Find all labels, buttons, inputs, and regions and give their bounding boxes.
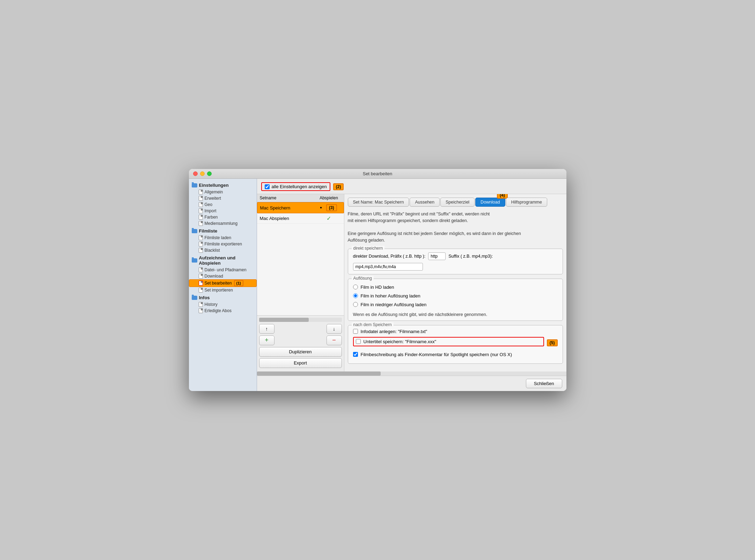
page-icon	[199, 302, 203, 307]
set-row-mac-speichern[interactable]: Mac Speichern • (3)	[257, 202, 344, 213]
page-icon	[199, 235, 203, 240]
show-all-label[interactable]: alle Einstellungen anzeigen	[272, 184, 327, 189]
tab-hilfsprogramme[interactable]: Hilfsprogramme	[506, 198, 547, 207]
move-up-button[interactable]: ↑	[259, 324, 274, 334]
page-icon	[199, 274, 203, 279]
sidebar-item-filmliste-exportieren[interactable]: Filmliste exportieren	[189, 241, 257, 247]
close-button[interactable]: Schließen	[526, 379, 562, 388]
filmbeschreibung-checkbox[interactable]	[353, 352, 358, 357]
settings-panel: Set Name: Mac Speichern Aussehen Speiche…	[344, 194, 566, 371]
minimize-button[interactable]	[200, 171, 205, 176]
direkt-speichern-section: direkt speichern direkter Download, Präf…	[348, 249, 563, 274]
direkt-legend: direkt speichern	[352, 246, 385, 251]
sidebar-item-farben[interactable]: Farben	[189, 214, 257, 220]
export-button[interactable]: Export	[259, 358, 342, 368]
sidebar-group-infos: Infos History Erledigte Abos	[189, 294, 257, 314]
main-window: Set bearbeiten Einstellungen Allgemein E…	[189, 169, 566, 391]
set-panel-footer: ↑ ↓ + − Duplizieren Export	[257, 315, 344, 371]
sidebar-item-filmliste-laden[interactable]: Filmliste laden	[189, 235, 257, 241]
tab-speicherziel[interactable]: Speicherziel	[440, 198, 475, 207]
sidebar-group-header-filmliste[interactable]: Filmliste	[189, 227, 257, 235]
sidebar-group-header-infos[interactable]: Infos	[189, 294, 257, 301]
annotation-5: (5)	[547, 339, 558, 346]
prefix-input[interactable]	[428, 252, 446, 260]
sidebar-group-label-filmliste: Filmliste	[199, 228, 218, 234]
sidebar-group-header-aufzeichnen[interactable]: Aufzeichnen und Abspielen	[189, 254, 257, 267]
scrollbar[interactable]	[259, 318, 342, 322]
tab-aussehen[interactable]: Aussehen	[410, 198, 440, 207]
page-icon	[199, 281, 203, 286]
radio-niedrig[interactable]: Film in niedriger Auflösung laden	[353, 302, 558, 307]
remove-button[interactable]: −	[327, 336, 342, 345]
sidebar-item-blacklist[interactable]: Blacklist	[189, 247, 257, 253]
infodatei-checkbox[interactable]	[353, 329, 358, 334]
nach-section: nach dem Speichern Infodatei anlegen: "F…	[348, 325, 563, 364]
sidebar-item-import[interactable]: Import	[189, 208, 257, 214]
traffic-lights	[193, 171, 212, 176]
page-icon	[199, 242, 203, 246]
top-bar: alle Einstellungen anzeigen (2)	[257, 179, 566, 194]
bottom-bar: Schließen	[257, 376, 566, 391]
sidebar-group-header-einstellungen[interactable]: Einstellungen	[189, 182, 257, 189]
tab-download[interactable]: Download (4)	[475, 198, 505, 207]
show-all-checkbox[interactable]	[265, 184, 270, 189]
radio-hoch[interactable]: Film in hoher Auflösung laden	[353, 293, 558, 299]
radio-hd-input[interactable]	[353, 285, 358, 289]
maximize-button[interactable]	[207, 171, 212, 176]
prefix-label: direkter Download, Präfix ( z.B. http ):	[353, 254, 426, 259]
untertitel-checkbox[interactable]	[356, 339, 361, 344]
filmbeschreibung-item[interactable]: Filmbeschreibung als Finder-Kommentar fü…	[353, 352, 558, 357]
col-abspielen: Abspielen	[317, 196, 341, 200]
scroll-thumb	[259, 318, 309, 322]
desc-line-2: mit einem Hilfsprogramm gespeichert, son…	[348, 218, 563, 224]
description-text: Filme, deren URL mit "Präfix" beginnt un…	[348, 211, 563, 244]
sidebar-group-aufzeichnen: Aufzeichnen und Abspielen Datei- und Pfa…	[189, 254, 257, 293]
page-icon	[199, 248, 203, 253]
folder-icon-infos	[192, 296, 197, 300]
annotation-3: (3)	[326, 204, 337, 211]
sidebar-item-erledigte-abos[interactable]: Erledigte Abos	[189, 308, 257, 314]
page-icon	[199, 221, 203, 226]
set-row-mac-abspielen[interactable]: Mac Abspielen ✓	[257, 213, 344, 224]
aufloesung-legend: Auflösung	[352, 276, 374, 281]
aufloesung-note: Wenn es die Auflösung nicht gibt, wird d…	[353, 312, 558, 317]
untertitel-item[interactable]: Untertitel speichern: "Filmname.xxx"	[353, 337, 544, 346]
annotation-1: (1)	[234, 280, 243, 286]
infodatei-item[interactable]: Infodatei anlegen: "Filmname.txt"	[353, 329, 558, 334]
show-all-container: alle Einstellungen anzeigen (2)	[261, 182, 562, 191]
set-row-checkmark: ✓	[317, 215, 341, 222]
sidebar-item-mediensammlung[interactable]: Mediensammlung	[189, 220, 257, 227]
sidebar-item-erweitert[interactable]: Erweitert	[189, 195, 257, 201]
duplicate-button[interactable]: Duplizieren	[259, 347, 342, 357]
close-button[interactable]	[193, 171, 198, 176]
page-icon	[199, 308, 203, 313]
sidebar-item-set-bearbeiten[interactable]: Set bearbeiten (1)	[189, 279, 257, 287]
annotation-2: (2)	[333, 183, 344, 190]
page-icon	[199, 288, 203, 293]
move-down-button[interactable]: ↓	[327, 324, 342, 334]
radio-hd[interactable]: Film in HD laden	[353, 285, 558, 290]
sidebar-item-allgemein[interactable]: Allgemein	[189, 189, 257, 195]
sidebar-item-download[interactable]: Download	[189, 273, 257, 279]
page-icon	[199, 267, 203, 272]
btn-row-addremove: + −	[259, 336, 342, 345]
sidebar-item-datei-pfadnamen[interactable]: Datei- und Pfadnamen	[189, 267, 257, 273]
tab-bar: Set Name: Mac Speichern Aussehen Speiche…	[348, 198, 563, 207]
sidebar-item-history[interactable]: History	[189, 301, 257, 308]
sidebar-item-geo[interactable]: Geo	[189, 201, 257, 208]
radio-hoch-input[interactable]	[353, 293, 358, 298]
radio-niedrig-input[interactable]	[353, 302, 358, 307]
desc-line-1: Filme, deren URL mit "Präfix" beginnt un…	[348, 211, 563, 218]
add-button[interactable]: +	[259, 336, 274, 345]
folder-icon-filmliste	[192, 229, 197, 233]
sidebar-item-set-importieren[interactable]: Set importieren	[189, 287, 257, 293]
titlebar: Set bearbeiten	[189, 169, 566, 179]
tab-setname[interactable]: Set Name: Mac Speichern	[348, 198, 409, 207]
page-icon	[199, 215, 203, 220]
horizontal-scrollbar[interactable]	[257, 371, 566, 376]
radio-group: Film in HD laden Film in hoher Auflösung…	[353, 282, 558, 309]
suffix-input[interactable]	[353, 263, 423, 271]
sidebar-group-label-infos: Infos	[199, 295, 210, 300]
nach-legend: nach dem Speichern	[352, 322, 394, 327]
page-icon	[199, 190, 203, 194]
